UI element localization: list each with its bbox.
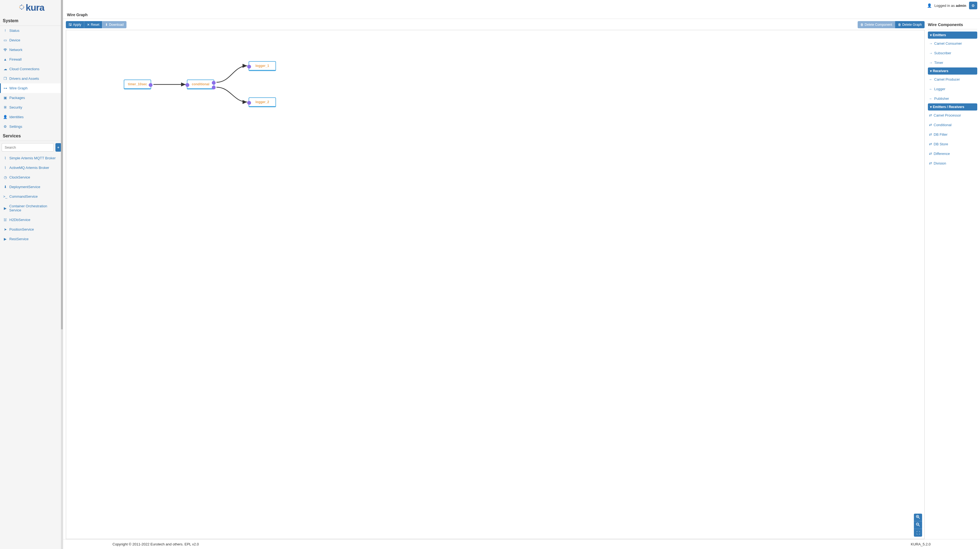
version: KURA_5.2.0 (911, 542, 931, 546)
sidebar-item-device[interactable]: ▭Device (0, 35, 63, 45)
arrow-left-icon: ← (929, 77, 932, 81)
service-item-activemq[interactable]: ⌇ActiveMQ Artemis Broker (0, 163, 63, 173)
search-input[interactable] (2, 143, 54, 152)
service-label: Simple Artemis MQTT Broker (10, 156, 56, 160)
plus-icon: + (57, 145, 59, 149)
node-logger-2[interactable]: logger_2 (248, 97, 276, 107)
wire-graph-canvas[interactable]: timer_10sec conditional logger_1 logger_… (66, 30, 924, 539)
sidebar-item-identities[interactable]: 👤Identities (0, 112, 63, 122)
panel-title: Wire Components (928, 21, 977, 29)
sidebar-item-packages[interactable]: ▣Packages (0, 93, 63, 103)
zoom-fit-button[interactable]: ⛶ (914, 529, 922, 537)
comp-camel-producer[interactable]: ←Camel Producer (928, 75, 977, 84)
delete-graph-button[interactable]: 🗑Delete Graph (895, 21, 924, 28)
port-input[interactable] (247, 65, 251, 68)
category-emitters-receivers[interactable]: ▾Emitters / Receivers (928, 103, 977, 111)
service-item-clock[interactable]: ◷ClockService (0, 173, 63, 182)
port-output[interactable] (149, 83, 153, 87)
gear-icon: ⚙ (3, 124, 7, 129)
delete-component-button[interactable]: 🗑Delete Component (858, 21, 895, 28)
node-timer[interactable]: timer_10sec (124, 79, 151, 89)
comp-label: Timer (934, 60, 943, 65)
download-button[interactable]: ⬇Download (102, 21, 126, 28)
comp-division[interactable]: ⇄Division (928, 159, 977, 168)
service-item-command[interactable]: >_CommandService (0, 192, 63, 201)
svg-point-3 (19, 6, 20, 8)
logo-text: kura (26, 2, 45, 13)
comp-label: Camel Consumer (934, 41, 962, 46)
service-item-deployment[interactable]: ⬇DeploymentService (0, 182, 63, 192)
category-label: Receivers (933, 69, 948, 73)
comp-timer[interactable]: →Timer (928, 58, 977, 67)
sidebar-item-settings[interactable]: ⚙Settings (0, 122, 63, 131)
main-area: 👤 Logged in as admin ⚙ Wire Graph 🖫Apply… (63, 0, 980, 549)
gear-icon: ⚙ (972, 3, 975, 8)
reset-button[interactable]: ✕Reset (84, 21, 102, 28)
comp-camel-consumer[interactable]: →Camel Consumer (928, 39, 977, 48)
play-icon: ▶ (3, 237, 7, 241)
arrows-icon: ⇄ (929, 113, 932, 117)
node-label: timer_10sec (128, 82, 147, 86)
comp-label: DB Filter (934, 132, 948, 136)
comp-label: Subscriber (934, 51, 951, 55)
services-search-row: + (0, 141, 63, 153)
svg-point-6 (22, 8, 23, 9)
comp-conditional[interactable]: ⇄Conditional (928, 120, 977, 130)
copyright: Copyright © 2011-2022 Eurotech and other… (113, 542, 199, 546)
sidebar-item-network[interactable]: Network (0, 45, 63, 55)
sidebar-item-security[interactable]: ⛨Security (0, 103, 63, 112)
zoom-in-button[interactable] (914, 514, 922, 521)
comp-label: Camel Processor (934, 113, 961, 117)
sidebar-item-wire-graph[interactable]: ⊶Wire Graph (0, 83, 63, 93)
zoom-out-button[interactable] (914, 521, 922, 529)
comp-camel-processor[interactable]: ⇄Camel Processor (928, 111, 977, 120)
sidebar-item-cloud[interactable]: ☁Cloud Connections (0, 64, 63, 74)
save-icon: 🖫 (68, 23, 72, 27)
caret-down-icon: ▾ (930, 69, 932, 73)
comp-subscriber[interactable]: →Subscriber (928, 48, 977, 58)
shield-icon: ⛨ (3, 105, 7, 109)
sidebar-item-drivers[interactable]: ❒Drivers and Assets (0, 74, 63, 83)
login-prefix: Logged in as (934, 3, 955, 8)
category-receivers[interactable]: ▾Receivers (928, 67, 977, 75)
port-output-1[interactable] (212, 81, 216, 85)
comp-db-store[interactable]: ⇄DB Store (928, 139, 977, 149)
sidebar-item-label: Identities (10, 115, 24, 119)
service-item-h2db[interactable]: ☱H2DbService (0, 215, 63, 225)
add-service-button[interactable]: + (56, 143, 61, 152)
settings-button[interactable]: ⚙ (969, 2, 977, 10)
comp-difference[interactable]: ⇄Difference (928, 149, 977, 159)
comp-logger[interactable]: ←Logger (928, 84, 977, 94)
cloud-icon: ☁ (3, 67, 7, 71)
sidebar-item-firewall[interactable]: ▲Firewall (0, 55, 63, 64)
comp-publisher[interactable]: ←Publisher (928, 94, 977, 103)
service-item-container[interactable]: ▶Container Orchestration Service (0, 201, 63, 215)
wire-components-panel: Wire Components ▾Emitters →Camel Consume… (928, 21, 977, 539)
svg-point-2 (21, 9, 22, 10)
svg-point-7 (20, 8, 21, 9)
port-output-2[interactable] (212, 86, 216, 89)
sidebar-item-status[interactable]: !Status (0, 26, 63, 35)
service-item-position[interactable]: ➤PositionService (0, 225, 63, 234)
port-input[interactable] (186, 83, 189, 87)
topbar: 👤 Logged in as admin ⚙ (63, 0, 980, 11)
comp-db-filter[interactable]: ⇄DB Filter (928, 130, 977, 139)
receivers-list: ←Camel Producer ←Logger ←Publisher (928, 75, 977, 103)
arrows-icon: ⇄ (929, 161, 932, 165)
service-label: DeploymentService (10, 185, 40, 189)
user-icon: 👤 (927, 3, 932, 8)
category-emitters[interactable]: ▾Emitters (928, 32, 977, 39)
caret-down-icon: ▾ (930, 33, 932, 37)
emitters-list: →Camel Consumer →Subscriber →Timer (928, 39, 977, 67)
terminal-icon: >_ (3, 194, 7, 198)
service-item-simple-artemis[interactable]: ⌇Simple Artemis MQTT Broker (0, 153, 63, 163)
node-conditional[interactable]: conditional (187, 79, 214, 89)
wire-connections (66, 30, 924, 539)
port-input[interactable] (247, 101, 251, 105)
sidebar-item-label: Network (10, 48, 22, 52)
sidebar-scrollbar[interactable] (61, 0, 63, 549)
apply-button[interactable]: 🖫Apply (66, 21, 84, 28)
node-logger-1[interactable]: logger_1 (248, 61, 276, 71)
database-icon: ☱ (3, 218, 7, 222)
service-item-rest[interactable]: ▶RestService (0, 234, 63, 244)
